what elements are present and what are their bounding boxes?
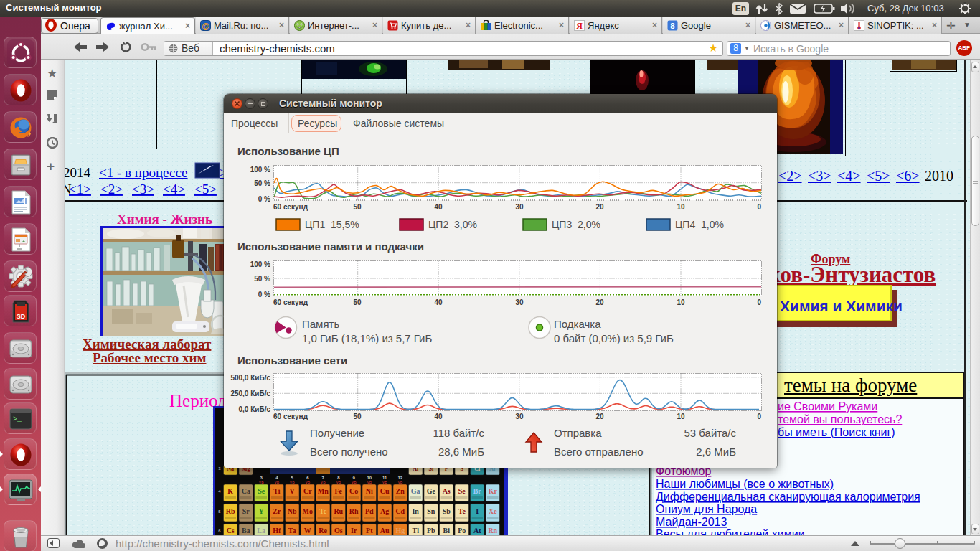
svg-text:Y: Y	[259, 507, 265, 515]
svg-text:V: V	[290, 487, 296, 495]
svg-text:Po: Po	[458, 527, 466, 534]
svg-text:Sn: Sn	[427, 507, 435, 515]
svg-text:Наши любимцы (все о животных): Наши любимцы (все о животных)	[656, 478, 834, 490]
svg-text:Rh: Rh	[349, 507, 359, 515]
svg-text:As: As	[443, 487, 451, 495]
svg-text:Sr: Sr	[242, 507, 250, 515]
svg-text:Xe: Xe	[489, 507, 497, 515]
svg-text:Получение: Получение	[310, 427, 364, 439]
svg-text:I: I	[476, 507, 479, 515]
svg-text:0 байт (0,0%) из 5,9 ГиБ: 0 байт (0,0%) из 5,9 ГиБ	[554, 332, 674, 344]
svg-text:VB: VB	[290, 480, 295, 484]
svg-text:<3>: <3>	[808, 168, 831, 184]
svg-text:Дифференциальная сканирующая к: Дифференциальная сканирующая калориметри…	[656, 491, 920, 503]
svg-text:Nb: Nb	[288, 507, 297, 515]
svg-text:In: In	[412, 507, 419, 515]
svg-text:Co: Co	[349, 487, 358, 495]
svg-text:Tl: Tl	[412, 527, 419, 534]
svg-text:Cs: Cs	[227, 527, 235, 534]
svg-text:At: At	[473, 527, 481, 534]
svg-text:0,0 КиБ/c: 0,0 КиБ/c	[239, 405, 271, 413]
svg-text:Подкачка: Подкачка	[554, 318, 601, 330]
svg-text:Cd: Cd	[395, 507, 405, 515]
svg-text:50: 50	[353, 298, 362, 306]
svg-text:2010: 2010	[925, 168, 953, 184]
svg-text:<2>: <2>	[100, 182, 123, 197]
svg-text:Весы для любителей химии: Весы для любителей химии	[656, 528, 805, 535]
svg-text:La: La	[257, 527, 265, 534]
svg-text:Ag: Ag	[380, 507, 389, 515]
svg-text:VB: VB	[367, 480, 372, 484]
svg-text:Os: Os	[334, 527, 343, 534]
svg-text:20: 20	[595, 203, 604, 211]
svg-text:ЦП3 2,0%: ЦП3 2,0%	[552, 219, 600, 230]
svg-text:10: 10	[677, 298, 685, 306]
svg-text:Hg: Hg	[395, 527, 405, 534]
svg-text:60 секунд: 60 секунд	[273, 298, 308, 306]
svg-text:бы иметь (Поиск книг): бы иметь (Поиск книг)	[778, 426, 895, 438]
svg-text:Использование сети: Использование сети	[237, 354, 347, 367]
svg-text:Fe: Fe	[335, 487, 343, 495]
svg-text:0: 0	[757, 298, 761, 306]
svg-text:0: 0	[757, 203, 761, 211]
svg-text:K: K	[227, 487, 233, 495]
svg-text:<2>: <2>	[778, 168, 802, 184]
svg-text:Rb: Rb	[226, 507, 235, 515]
svg-text:1,0 ГиБ (18,1%) из 5,7 ГиБ: 1,0 ГиБ (18,1%) из 5,7 ГиБ	[302, 332, 432, 344]
svg-text:2014: 2014	[65, 165, 91, 180]
svg-text:0 %: 0 %	[258, 195, 270, 203]
svg-text:Ba: Ba	[242, 527, 250, 534]
svg-text:250,0 КиБ/c: 250,0 КиБ/c	[230, 390, 270, 397]
svg-text:Отправка: Отправка	[554, 427, 602, 439]
svg-text:0: 0	[757, 413, 761, 420]
svg-text:60 секунд: 60 секунд	[273, 413, 308, 420]
svg-text:@: @	[202, 22, 209, 30]
svg-text:Cr: Cr	[303, 487, 312, 495]
svg-text:Память: Память	[302, 318, 339, 330]
svg-text:SD: SD	[17, 313, 26, 320]
svg-text:VB: VB	[382, 480, 387, 484]
svg-text:ие Своими Руками: ие Своими Руками	[778, 400, 877, 413]
svg-text:Cu: Cu	[380, 487, 390, 495]
svg-text:Я: Я	[576, 21, 583, 31]
svg-text:Химия - Жизнь: Химия - Жизнь	[117, 212, 212, 227]
svg-text:<3>: <3>	[132, 182, 154, 197]
svg-text:VB: VB	[305, 480, 310, 484]
svg-text:40: 40	[434, 203, 443, 211]
svg-text:40: 40	[434, 298, 443, 306]
svg-text:темы на форуме: темы на форуме	[784, 375, 917, 396]
svg-text:50: 50	[353, 203, 362, 211]
svg-text:ЦП1 15,5%: ЦП1 15,5%	[305, 219, 359, 230]
svg-text:0 %: 0 %	[258, 291, 270, 298]
svg-text:Всего получено: Всего получено	[310, 446, 388, 458]
svg-text:500,0 КиБ/c: 500,0 КиБ/c	[230, 374, 270, 382]
svg-text:Sb: Sb	[443, 507, 451, 515]
svg-text:Использование памяти и подкачк: Использование памяти и подкачки	[237, 240, 424, 253]
svg-text:<5>: <5>	[194, 182, 217, 197]
svg-text:Ca: Ca	[242, 487, 250, 495]
svg-text:ЦП4 1,0%: ЦП4 1,0%	[675, 219, 724, 230]
svg-text:118 байт/с: 118 байт/с	[433, 427, 484, 439]
svg-text:Rn: Rn	[488, 527, 497, 534]
svg-text:Mo: Mo	[303, 507, 313, 515]
svg-text:VB: VB	[336, 480, 341, 484]
svg-text:20: 20	[595, 413, 604, 420]
svg-text:Ta: Ta	[288, 527, 296, 534]
svg-text:8: 8	[670, 22, 675, 30]
svg-text:30: 30	[515, 298, 524, 306]
svg-text:Bi: Bi	[443, 527, 450, 534]
svg-text:Te: Te	[458, 507, 466, 515]
svg-text:Br: Br	[473, 487, 482, 495]
svg-text:<1 - в процессе: <1 - в процессе	[99, 165, 188, 180]
svg-text:53 байта/с: 53 байта/с	[684, 427, 736, 439]
svg-text:Ir: Ir	[351, 527, 357, 534]
svg-text:Майдан-2013: Майдан-2013	[656, 516, 727, 528]
svg-text:<1>: <1>	[69, 182, 91, 197]
svg-text:Se: Se	[458, 487, 466, 495]
svg-text:50 %: 50 %	[254, 179, 270, 187]
svg-text:<6>: <6>	[896, 168, 920, 184]
svg-text:Mn: Mn	[318, 487, 329, 495]
svg-text:VB: VB	[352, 480, 357, 484]
svg-text:Zn: Zn	[396, 487, 405, 495]
svg-text:Опиум для Народа: Опиум для Народа	[656, 503, 757, 515]
